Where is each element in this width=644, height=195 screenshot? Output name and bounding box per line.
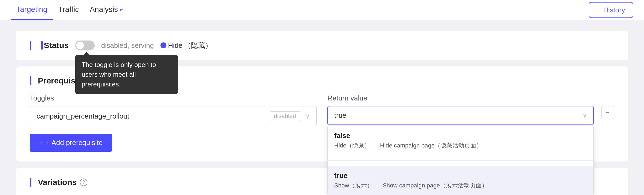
analysis-icon: ⌐ xyxy=(120,6,124,13)
dropdown-option-false-sub-right: Hide campaign page（隐藏活动页面） xyxy=(380,142,482,149)
status-accent-bar xyxy=(30,41,31,50)
prereq-accent-bar xyxy=(30,76,31,85)
return-value-row: true ∨ false Hide（隐藏） Hide campaign page… xyxy=(327,106,614,125)
minus-icon: − xyxy=(606,109,610,116)
dropdown-option-true-sub: Show（展示） Show campaign page（展示活动页面） xyxy=(334,181,587,190)
toggles-col-label: Toggles xyxy=(30,94,317,102)
hide-dot xyxy=(160,42,166,48)
dropdown-option-true-value: true xyxy=(334,172,587,180)
prerequisites-columns: Toggles campaign_percentage_rollout disa… xyxy=(30,94,614,152)
toggle-name-value: campaign_percentage_rollout xyxy=(37,112,129,120)
remove-prerequisite-button[interactable]: − xyxy=(601,106,614,119)
status-section: Status The toggle is only open to users … xyxy=(16,31,628,60)
dropdown-option-false-value: false xyxy=(334,132,587,140)
return-value-dropdown: false Hide（隐藏） Hide campaign page（隐藏活动页面… xyxy=(327,126,594,195)
return-value-col-label: Return value xyxy=(327,94,614,102)
history-button[interactable]: ≡ History xyxy=(589,2,633,18)
dropdown-option-false[interactable]: false Hide（隐藏） Hide campaign page（隐藏活动页面… xyxy=(328,126,593,155)
nav-tab-list: Targeting Traffic Analysis ⌐ xyxy=(11,0,129,20)
main-content: Status The toggle is only open to users … xyxy=(0,20,644,195)
variations-title: Variations xyxy=(38,178,77,187)
add-prereq-label: + Add prerequisite xyxy=(46,139,103,147)
dropdown-option-true-sub-right: Show campaign page（展示活动页面） xyxy=(383,182,488,189)
dropdown-option-false-sub: Hide（隐藏） Hide campaign page（隐藏活动页面） xyxy=(334,142,587,150)
return-value-chevron-icon: ∨ xyxy=(583,112,587,119)
toggle-chevron-icon: ∨ xyxy=(305,113,310,120)
status-label: Status xyxy=(41,41,69,50)
variations-accent-bar xyxy=(30,178,31,187)
dropdown-option-true[interactable]: true Show（展示） Show campaign page（展示活动页面） xyxy=(328,166,593,195)
status-row: Status The toggle is only open to users … xyxy=(30,41,614,50)
top-navigation: Targeting Traffic Analysis ⌐ ≡ History xyxy=(0,0,644,20)
tab-analysis[interactable]: Analysis ⌐ xyxy=(84,0,129,20)
return-value-select[interactable]: true ∨ xyxy=(327,106,594,125)
hide-label-container: Hide （隐藏） xyxy=(160,41,212,50)
variations-help-icon[interactable]: ? xyxy=(80,179,87,186)
tooltip-box: The toggle is only open to users who mee… xyxy=(75,55,178,94)
toggle-name-select[interactable]: campaign_percentage_rollout disabled ∨ xyxy=(30,106,317,126)
return-value-container: true ∨ false Hide（隐藏） Hide campaign page… xyxy=(327,106,594,125)
history-icon: ≡ xyxy=(597,6,600,14)
add-prerequisite-button[interactable]: + + Add prerequisite xyxy=(30,134,112,152)
return-value-current: true xyxy=(334,111,346,120)
toggle-knob xyxy=(76,42,84,49)
toggle-row: campaign_percentage_rollout disabled ∨ xyxy=(30,106,317,126)
status-toggle-container: The toggle is only open to users who mee… xyxy=(75,41,95,50)
tab-traffic[interactable]: Traffic xyxy=(53,0,84,20)
toggles-column: Toggles campaign_percentage_rollout disa… xyxy=(30,94,317,152)
status-toggle[interactable] xyxy=(75,41,95,50)
add-prereq-plus-icon: + xyxy=(39,139,43,147)
tab-targeting[interactable]: Targeting xyxy=(11,0,53,20)
return-value-column: Return value true ∨ false xyxy=(327,94,614,152)
disabled-badge: disabled xyxy=(270,111,300,121)
dropdown-divider xyxy=(328,160,593,161)
status-text: disabled, serving xyxy=(101,41,154,50)
